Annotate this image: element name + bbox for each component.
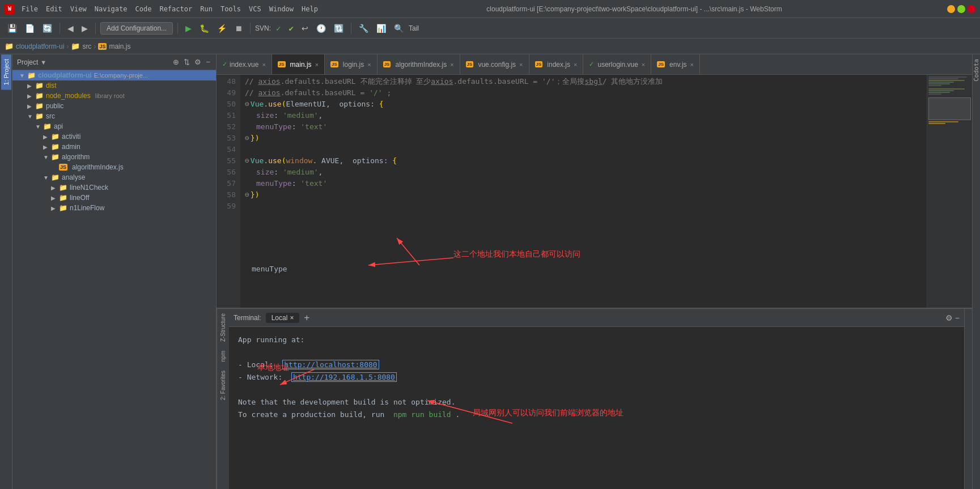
add-configuration-button[interactable]: Add Configuration... — [100, 22, 173, 35]
close-tab-main-js[interactable]: × — [315, 61, 319, 68]
menu-navigate[interactable]: Navigate — [91, 4, 131, 14]
terminal-add-button[interactable]: + — [304, 312, 309, 323]
refresh-button[interactable]: 🔄 — [40, 22, 55, 35]
tree-item-src[interactable]: ▼ 📁 src — [12, 111, 216, 121]
note-line-2: To create a production build, run npm ru… — [238, 409, 955, 421]
menu-file[interactable]: File — [18, 4, 41, 14]
svn-history-button[interactable]: 🕐 — [313, 22, 329, 35]
npm-cmd-text: npm run build — [393, 410, 451, 419]
maximize-button[interactable] — [957, 5, 965, 13]
menu-tools[interactable]: Tools — [217, 4, 244, 14]
tree-item-dist[interactable]: ▶ 📁 dist — [12, 80, 216, 91]
menu-run[interactable]: Run — [197, 4, 216, 14]
tab-env-js[interactable]: JS env.js × — [651, 54, 700, 75]
close-tab-userlogin-vue[interactable]: × — [642, 61, 645, 68]
tab-algorithm-index-js[interactable]: JS algorithmIndex.js × — [377, 54, 460, 75]
forward-button[interactable]: ▶ — [79, 22, 91, 35]
tree-arrow-root: ▼ — [19, 73, 25, 79]
tree-item-analyse[interactable]: ▼ 📁 analyse — [12, 172, 216, 182]
menu-window[interactable]: Window — [266, 4, 297, 14]
terminal-tabs-bar: Terminal: Local × + ⚙ − — [229, 309, 964, 327]
save-button[interactable]: 📄 — [22, 22, 37, 35]
minimize-sidebar-button[interactable]: − — [205, 57, 211, 67]
tree-item-activiti[interactable]: ▶ 📁 activiti — [12, 131, 216, 142]
tree-item-public[interactable]: ▶ 📁 public — [12, 101, 216, 111]
menu-refactor[interactable]: Refactor — [156, 4, 196, 14]
minimize-button[interactable] — [947, 5, 955, 13]
close-tab-index-vue[interactable]: × — [262, 61, 265, 68]
save-all-button[interactable]: 💾 — [5, 22, 20, 35]
search-button[interactable]: 🔍 — [391, 22, 406, 35]
library-root-badge: library root — [95, 92, 125, 99]
minimap-line-10 — [928, 92, 950, 93]
vue-ref-50: Vue — [251, 99, 264, 110]
app-window: W File Edit View Navigate Code Refactor … — [0, 0, 980, 489]
profile-button[interactable]: 📊 — [374, 22, 389, 35]
codota-vtab[interactable]: Codota — [973, 59, 980, 82]
tree-item-algorithm-index[interactable]: JS algorithmIndex.js — [12, 162, 216, 172]
close-tab-env-js[interactable]: × — [690, 61, 694, 68]
terminal-tab-local[interactable]: Local × — [266, 313, 300, 323]
svn-check2-button[interactable]: ✔ — [286, 22, 296, 35]
tab-vue-config-js[interactable]: JS vue.config.js × — [460, 54, 529, 75]
tab-index-js[interactable]: JS index.js × — [529, 54, 584, 75]
menu-view[interactable]: View — [67, 4, 90, 14]
tab-login-js[interactable]: JS login.js × — [325, 54, 377, 75]
close-terminal-tab[interactable]: × — [290, 314, 294, 322]
code-content-area[interactable]: // axios.defaults.baseURL 不能完全注释掉 至少axio… — [240, 75, 927, 308]
tree-root-item[interactable]: ▼ 📁 cloudplatform-ui E:\company-proje... — [12, 70, 216, 80]
svn-update-button[interactable]: 🔃 — [331, 22, 346, 35]
local-label: - Local: — [238, 360, 274, 369]
menu-help[interactable]: Help — [298, 4, 321, 14]
tab-index-vue[interactable]: ✓ index.vue × — [217, 54, 272, 75]
close-tab-index-js[interactable]: × — [574, 61, 577, 68]
admin-folder-icon: 📁 — [51, 143, 60, 151]
local-url-link[interactable]: http://localhost:8080 — [282, 360, 379, 369]
lineN1Check-folder-icon: 📁 — [59, 184, 67, 192]
z-structure-vtab[interactable]: Z-Structure — [218, 309, 228, 346]
tree-item-n1LineFlow[interactable]: ▶ 📁 n1LineFlow — [12, 203, 216, 213]
svn-label: SVN: — [255, 24, 271, 32]
tree-item-lineOff[interactable]: ▶ 📁 lineOff — [12, 193, 216, 203]
network-url-link[interactable]: http://192.168.1.5:8080 — [291, 372, 397, 382]
menu-vcs[interactable]: VCS — [245, 4, 265, 14]
locate-button[interactable]: ⊕ — [172, 57, 180, 67]
run-coverage-button[interactable]: ⚡ — [214, 22, 230, 35]
settings-gear-button[interactable]: ⚙ — [193, 57, 202, 67]
settings-button[interactable]: 🔧 — [356, 22, 371, 35]
tab-userlogin-vue[interactable]: ✓ userlogin.vue × — [583, 54, 651, 75]
root-folder-icon: 📁 — [27, 71, 36, 79]
terminal-label: Terminal: — [234, 314, 261, 322]
menu-code[interactable]: Code — [132, 4, 155, 14]
project-vtab[interactable]: 1: Project — [1, 54, 11, 90]
stop-button[interactable]: ⏹ — [232, 22, 245, 35]
menutype-prop-57: menuType — [256, 178, 292, 189]
terminal-minimize-button[interactable]: − — [955, 313, 960, 322]
tree-item-admin[interactable]: ▶ 📁 admin — [12, 142, 216, 152]
tree-item-api[interactable]: ▼ 📁 api — [12, 121, 216, 131]
tree-item-node-modules[interactable]: ▶ 📁 node_modules library root — [12, 91, 216, 101]
run-button[interactable]: ▶ — [183, 22, 194, 35]
favorites-vtab[interactable]: 2: Favorites — [218, 366, 228, 405]
code-line-54 — [245, 144, 927, 155]
tree-item-lineN1Check[interactable]: ▶ 📁 lineN1Check — [12, 182, 216, 193]
menu-edit[interactable]: Edit — [43, 4, 66, 14]
close-tab-vue-config[interactable]: × — [519, 61, 523, 68]
sidebar-actions: ⊕ ⇅ ⚙ − — [172, 57, 211, 67]
terminal-settings-button[interactable]: ⚙ — [945, 313, 953, 322]
debug-button[interactable]: 🐛 — [197, 22, 212, 35]
tab-main-js[interactable]: JS main.js × — [272, 54, 325, 75]
expand-all-button[interactable]: ⇅ — [183, 57, 191, 67]
breadcrumb-sep-2: › — [94, 42, 96, 50]
svn-check-button[interactable]: ✓ — [273, 22, 283, 35]
lineOff-folder-icon: 📁 — [59, 194, 67, 202]
tree-item-algorithm[interactable]: ▼ 📁 algorithm — [12, 152, 216, 162]
close-button[interactable] — [968, 5, 975, 13]
close-tab-login-js[interactable]: × — [367, 61, 371, 68]
npm-vtab[interactable]: npm — [218, 346, 228, 366]
tree-dist-label: dist — [46, 82, 57, 90]
close-tab-alg-js[interactable]: × — [450, 61, 453, 68]
back-button[interactable]: ◀ — [65, 22, 77, 35]
svn-revert-button[interactable]: ↩ — [299, 22, 311, 35]
breadcrumb-project: cloudplatform-ui — [16, 42, 64, 50]
